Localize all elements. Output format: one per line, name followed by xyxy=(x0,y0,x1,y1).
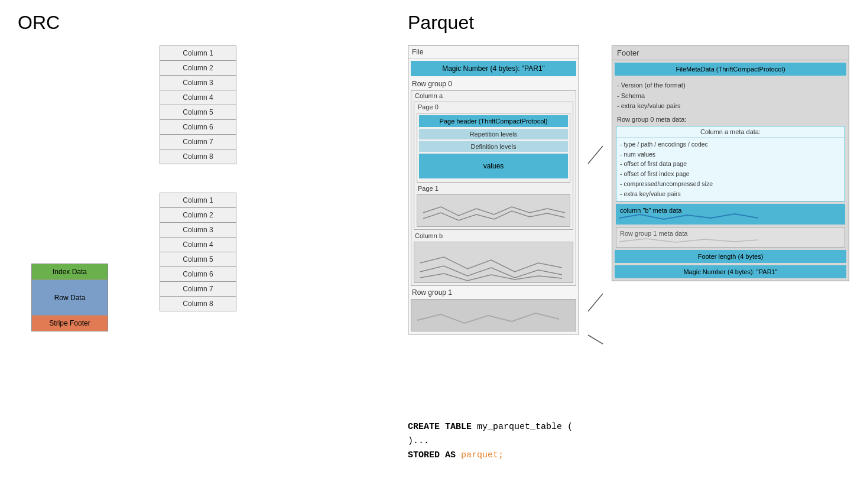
orc-stripe-1: 250 MB Stripe Index Data Row Data Stripe… xyxy=(22,45,108,504)
col-1-7: Column 7 xyxy=(160,135,236,149)
parquet-sql: CREATE TABLE my_parquet_table ( )... STO… xyxy=(408,420,849,463)
orc-stripes-container: 250 MB Stripe Index Data Row Data Stripe… xyxy=(18,45,112,504)
pq-rg0-label: Row group 0 xyxy=(408,79,579,89)
pq-page0-label: Page 0 xyxy=(414,102,573,112)
pq-col-a-label: Column a xyxy=(411,91,576,100)
pq-rep-levels: Repetition levels xyxy=(419,129,568,139)
pq-page0-box: Page header (ThriftCompactProtocol) Repe… xyxy=(417,113,570,183)
col-1-8: Column 8 xyxy=(160,149,236,164)
col-b-meta-waves xyxy=(616,212,845,224)
col-2-5: Column 5 xyxy=(160,252,236,267)
pq-rg1-meta-box: Row group 1 meta data xyxy=(616,227,845,248)
orc-section: ORC 250 MB Stripe Index Data Row Data St… xyxy=(18,12,384,504)
rg1-meta-waves xyxy=(616,237,845,246)
pq-page1-label: Page 1 xyxy=(414,184,573,193)
stripe-1-index: Index Data xyxy=(32,264,108,280)
pq-magic-number: Magic Number (4 bytes): "PAR1" xyxy=(411,61,576,76)
svg-line-2 xyxy=(588,335,603,344)
orc-diagram: 250 MB Stripe Index Data Row Data Stripe… xyxy=(18,45,384,504)
pq-footer-magic: Magic Number (4 bytes): "PAR1" xyxy=(615,265,846,278)
col-1-3: Column 3 xyxy=(160,76,236,90)
pq-col-b-label: Column b xyxy=(411,231,576,240)
orc-title: ORC xyxy=(18,12,384,34)
parquet-file-box: File Magic Number (4 bytes): "PAR1" Row … xyxy=(408,45,579,334)
parquet-diagram: File Magic Number (4 bytes): "PAR1" Row … xyxy=(408,45,849,402)
pq-page-header: Page header (ThriftCompactProtocol) xyxy=(419,115,568,127)
svg-line-1 xyxy=(588,294,603,311)
pq-rg1-box xyxy=(411,299,576,331)
col-1-1: Column 1 xyxy=(160,46,236,61)
col-2-4: Column 4 xyxy=(160,238,236,252)
col-1-4: Column 4 xyxy=(160,90,236,105)
col-2-3: Column 3 xyxy=(160,223,236,238)
col-1-2: Column 2 xyxy=(160,61,236,76)
orc-stripes-panel: 250 MB Stripe Index Data Row Data Stripe… xyxy=(18,45,160,504)
pq-col-b-meta-box: column "b" meta data xyxy=(616,204,845,225)
pq-col-a-meta-list: - type / path / encodings / codec - num … xyxy=(616,138,845,201)
pq-footer-col-label: Footer xyxy=(612,46,849,60)
pq-col-a-meta-box: Column a meta data: - type / path / enco… xyxy=(616,126,845,201)
pq-filemeta: FileMetaData (ThriftCompactProtocol) xyxy=(615,63,846,76)
pq-sql-line3: STORED AS parquet; xyxy=(408,448,849,463)
pq-footer-length: Footer length (4 bytes) xyxy=(615,250,846,263)
stripe-1-row: Row Data xyxy=(32,280,108,316)
pq-rg1-label: Row group 1 xyxy=(408,287,579,298)
pq-values: values xyxy=(419,154,568,178)
col-2-2: Column 2 xyxy=(160,208,236,223)
pq-file-label: File xyxy=(408,46,579,58)
main-container: ORC 250 MB Stripe Index Data Row Data St… xyxy=(0,0,867,504)
stripe-1-footer: Stripe Footer xyxy=(32,316,108,331)
orc-column-group-2: Column 1 Column 2 Column 3 Column 4 Colu… xyxy=(160,193,236,311)
parquet-footer-col: Footer FileMetaData (ThriftCompactProtoc… xyxy=(612,45,849,281)
pq-sql-line1: CREATE TABLE my_parquet_table ( xyxy=(408,420,849,434)
col-b-waves xyxy=(414,245,573,283)
pq-sql-line2: )... xyxy=(408,434,849,448)
orc-columns-panel: Column 1 Column 2 Column 3 Column 4 Colu… xyxy=(160,45,236,311)
col-2-1: Column 1 xyxy=(160,193,236,208)
pq-rg0-box: Column a Page 0 Page header (ThriftCompa… xyxy=(411,90,576,286)
col-1-5: Column 5 xyxy=(160,105,236,120)
pq-connectors xyxy=(588,45,603,400)
stripe-1-label: 250 MB Stripe xyxy=(22,45,29,504)
col-1-6: Column 6 xyxy=(160,120,236,135)
parquet-file-structure: File Magic Number (4 bytes): "PAR1" Row … xyxy=(408,45,579,334)
pq-def-levels: Definition levels xyxy=(419,141,568,152)
pq-connector-area xyxy=(588,45,603,402)
pq-col-b-box xyxy=(414,242,573,283)
pq-rg0-meta-label: Row group 0 meta data: xyxy=(612,114,849,125)
parquet-title: Parquet xyxy=(408,12,849,34)
parquet-section: Parquet File Magic Number (4 bytes): "PA… xyxy=(384,12,849,504)
col-2-7: Column 7 xyxy=(160,282,236,297)
rg1-waves xyxy=(411,303,576,331)
pq-version-list: - Version (of the format) - Schema - ext… xyxy=(612,78,849,114)
col-2-6: Column 6 xyxy=(160,267,236,282)
orc-column-group-1: Column 1 Column 2 Column 3 Column 4 Colu… xyxy=(160,45,236,164)
col-2-8: Column 8 xyxy=(160,297,236,311)
stripe-1-blocks: Index Data Row Data Stripe Footer xyxy=(31,264,108,331)
pq-col-a-box: Page 0 Page header (ThriftCompactProtoco… xyxy=(414,102,573,230)
pq-page1-box xyxy=(417,194,570,227)
pq-col-a-meta-title: Column a meta data: xyxy=(616,126,845,138)
page1-waves xyxy=(417,198,570,227)
svg-line-0 xyxy=(588,146,603,164)
